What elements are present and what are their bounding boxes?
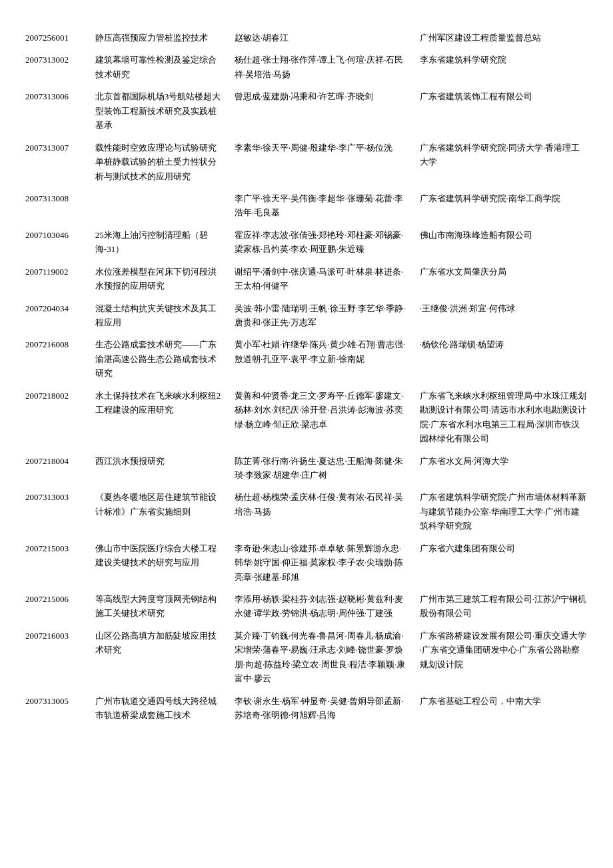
row-org: ·王继俊·洪洲·郑宜·何伟球 xyxy=(414,297,593,334)
row-org: 广东省建筑科学研究院·同济大学·香港理工大学 xyxy=(414,137,593,187)
row-org: 广东省路桥建设发展有限公司·重庆交通大学·广东省交通集团研发中心·广东省公路勘察… xyxy=(414,625,593,690)
row-title: 等高线型大跨度穹顶网壳钢结构施工关键技术研究 xyxy=(90,588,229,625)
row-id: 2007218002 xyxy=(20,385,90,450)
row-id: 2007216008 xyxy=(20,333,90,384)
row-title: 混凝土结构抗灾关键技术及其工程应用 xyxy=(90,297,229,334)
row-org: 佛山市南海珠峰造船有限公司 xyxy=(414,224,593,261)
row-id: 2007215003 xyxy=(20,537,90,588)
table-row: 2007218002水土保持技术在飞来峡水利枢纽2工程建设的应用研究黄善和·钟贤… xyxy=(20,385,593,450)
row-authors: 莫介臻·丁钧巍·何光春·鲁昌河·周春儿·杨成渝·宋增荣·蒲春平·易巍·汪承志·刘… xyxy=(229,625,414,690)
main-table: 2007256001静压高强预应力管桩监控技术赵敏达·胡春江广州军区建设工程质量… xyxy=(20,27,593,727)
row-id: 2007256001 xyxy=(20,27,90,49)
row-id: 2007313008 xyxy=(20,187,90,224)
row-title: 山区公路高填方加筋陡坡应用技术研究 xyxy=(90,625,229,690)
row-org: 李东省建筑科学研究院 xyxy=(414,49,593,85)
row-id: 2007103046 xyxy=(20,224,90,261)
row-title: 静压高强预应力管桩监控技术 xyxy=(90,27,229,49)
table-row: 2007119002水位涨差模型在河床下切河段洪水预报的应用研究谢绍平·潘剑中·… xyxy=(20,261,593,297)
row-org: 广东省水文局·河海大学 xyxy=(414,450,593,487)
row-title: 生态公路成套技术研究——广东渝湛高速公路生态公路成套技术研究 xyxy=(90,333,229,384)
table-row: 2007204034混凝土结构抗灾关键技术及其工程应用吴波·韩小雷·陆瑞明·王帆… xyxy=(20,297,593,334)
row-authors: 赵敏达·胡春江 xyxy=(229,27,414,49)
row-id: 2007313005 xyxy=(20,690,90,727)
row-org: 广东省建筑装饰工程有限公司 xyxy=(414,85,593,136)
table-row: 2007218004西江洪水预报研究陈芷菁·张行南·许扬生·夏达忠·王船海·陈健… xyxy=(20,450,593,487)
row-org: 广州市第三建筑工程有限公司·江苏沪宁钢机股份有限公司 xyxy=(414,588,593,625)
row-org: 广东省水文局肇庆分局 xyxy=(414,261,593,297)
row-authors: 吴波·韩小雷·陆瑞明·王帆·徐玉野·李艺华·季静·唐贵和·张正先·万志军 xyxy=(229,297,414,334)
row-authors: 李广平·徐天平·吴伟衡·李超华·张珊菊·花蕾·李浩年·毛良基 xyxy=(229,187,414,224)
table-row: 2007313002建筑幕墙可靠性检测及鉴定综合技术研究杨仕超·张士翔·张作萍·… xyxy=(20,49,593,85)
row-title: 广州市轨道交通四号线大跨径城市轨道桥梁成套施工技术 xyxy=(90,690,229,727)
row-authors: 李素华·徐天平·周健·殷建华·李广平·杨位洸 xyxy=(229,137,414,187)
table-row: 2007313007载性能时空效应理论与试验研究单桩静载试验的桩土受力性状分析与… xyxy=(20,137,593,187)
row-authors: 谢绍平·潘剑中·张庆通·马派可·叶林泉·林进条·王太柏·何健平 xyxy=(229,261,414,297)
row-title: 建筑幕墙可靠性检测及鉴定综合技术研究 xyxy=(90,49,229,85)
table-row: 2007313008李广平·徐天平·吴伟衡·李超华·张珊菊·花蕾·李浩年·毛良基… xyxy=(20,187,593,224)
row-title: 西江洪水预报研究 xyxy=(90,450,229,487)
row-authors: 李添用·杨轶·梁桂芬·刘志强·赵晓彬·黄兹利·麦永健·谭学政·劳锦洪·杨志明·周… xyxy=(229,588,414,625)
row-title: 北京首都国际机场3号航站楼超大型装饰工程新技术研究及实践桩基承 xyxy=(90,85,229,136)
table-row: 2007313005广州市轨道交通四号线大跨径城市轨道桥梁成套施工技术李钦·谢永… xyxy=(20,690,593,727)
row-authors: 杨仕超·张士翔·张作萍·谭上飞·何瑄·庆祥·石民祥·吴培浩·马扬 xyxy=(229,49,414,85)
row-id: 2007204034 xyxy=(20,297,90,334)
row-id: 2007119002 xyxy=(20,261,90,297)
row-org: ·杨钦伦·路瑞锁·杨望涛 xyxy=(414,333,593,384)
row-id: 2007216003 xyxy=(20,625,90,690)
row-authors: 黄善和·钟贤香·龙三文·罗寿平·丘德军·廖建文·杨林·刘水·刘纪庆·涂开登·吕洪… xyxy=(229,385,414,450)
row-authors: 李奇逊·朱志山·徐建邦·卓卓敏·陈景辉游永忠·韩华·姚守国·仰正福·莫家权·李子… xyxy=(229,537,414,588)
row-org: 广东省六建集团有限公司 xyxy=(414,537,593,588)
table-row: 2007313003《夏热冬暖地区居住建筑节能设计标准》广东省实施细则杨仕超·杨… xyxy=(20,486,593,537)
row-id: 2007313007 xyxy=(20,137,90,187)
table-body: 2007256001静压高强预应力管桩监控技术赵敏达·胡春江广州军区建设工程质量… xyxy=(20,27,593,727)
table-row: 2007215003佛山市中医院医疗综合大楼工程建设关键技术的研究与应用李奇逊·… xyxy=(20,537,593,588)
row-id: 2007215006 xyxy=(20,588,90,625)
row-title xyxy=(90,187,229,224)
row-authors: 黄小军·杜娟·许继华·陈兵·黄少雄·石翔·曹志强·敖道朝·孔亚平·袁平·李立新·… xyxy=(229,333,414,384)
row-authors: 杨仕超·杨槐荣·孟庆林·任俊·黄有浓·石民祥·吴培浩·马扬 xyxy=(229,486,414,537)
row-title: 佛山市中医院医疗综合大楼工程建设关键技术的研究与应用 xyxy=(90,537,229,588)
row-title: 《夏热冬暖地区居住建筑节能设计标准》广东省实施细则 xyxy=(90,486,229,537)
row-authors: 陈芷菁·张行南·许扬生·夏达忠·王船海·陈健·朱琰·李致家·胡建华·庄广树 xyxy=(229,450,414,487)
table-row: 2007216008生态公路成套技术研究——广东渝湛高速公路生态公路成套技术研究… xyxy=(20,333,593,384)
row-id: 2007313003 xyxy=(20,486,90,537)
row-org: 广州军区建设工程质量监督总站 xyxy=(414,27,593,49)
row-org: 广东省建筑科学研究院·广州市墙体材料革新与建筑节能办公室·华南理工大学·广州市建… xyxy=(414,486,593,537)
row-id: 2007313002 xyxy=(20,49,90,85)
row-org: 广东省建筑科学研究院·南华工商学院 xyxy=(414,187,593,224)
row-id: 2007313006 xyxy=(20,85,90,136)
table-row: 2007216003山区公路高填方加筋陡坡应用技术研究莫介臻·丁钧巍·何光春·鲁… xyxy=(20,625,593,690)
row-authors: 霍应祥·李志波·张倩强·郑艳玲·邓柱豪·邓锡豪·梁家栋·吕灼英·李欢·周亚鹏·朱… xyxy=(229,224,414,261)
table-row: 2007313006北京首都国际机场3号航站楼超大型装饰工程新技术研究及实践桩基… xyxy=(20,85,593,136)
row-authors: 曾思成·蓝建勋·冯秉和·许艺晖·齐晓剑 xyxy=(229,85,414,136)
row-org: 广东省飞来峡水利枢纽管理局·中水珠江规划勘测设计有限公司·清远市水利水电勘测设计… xyxy=(414,385,593,450)
row-title: 水土保持技术在飞来峡水利枢纽2工程建设的应用研究 xyxy=(90,385,229,450)
row-title: 载性能时空效应理论与试验研究单桩静载试验的桩土受力性状分析与测试技术的应用研究 xyxy=(90,137,229,187)
table-row: 2007256001静压高强预应力管桩监控技术赵敏达·胡春江广州军区建设工程质量… xyxy=(20,27,593,49)
row-id: 2007218004 xyxy=(20,450,90,487)
row-authors: 李钦·谢永生·杨军·钟显奇·吴健·曾炯导邵孟新·苏培奇·张明德·何旭辉·吕海 xyxy=(229,690,414,727)
row-title: 水位涨差模型在河床下切河段洪水预报的应用研究 xyxy=(90,261,229,297)
row-org: 广东省基础工程公司，中南大学 xyxy=(414,690,593,727)
table-row: 2007215006等高线型大跨度穹顶网壳钢结构施工关键技术研究李添用·杨轶·梁… xyxy=(20,588,593,625)
table-row: 200710304625米海上油污控制清理船（碧海-31）霍应祥·李志波·张倩强… xyxy=(20,224,593,261)
row-title: 25米海上油污控制清理船（碧海-31） xyxy=(90,224,229,261)
